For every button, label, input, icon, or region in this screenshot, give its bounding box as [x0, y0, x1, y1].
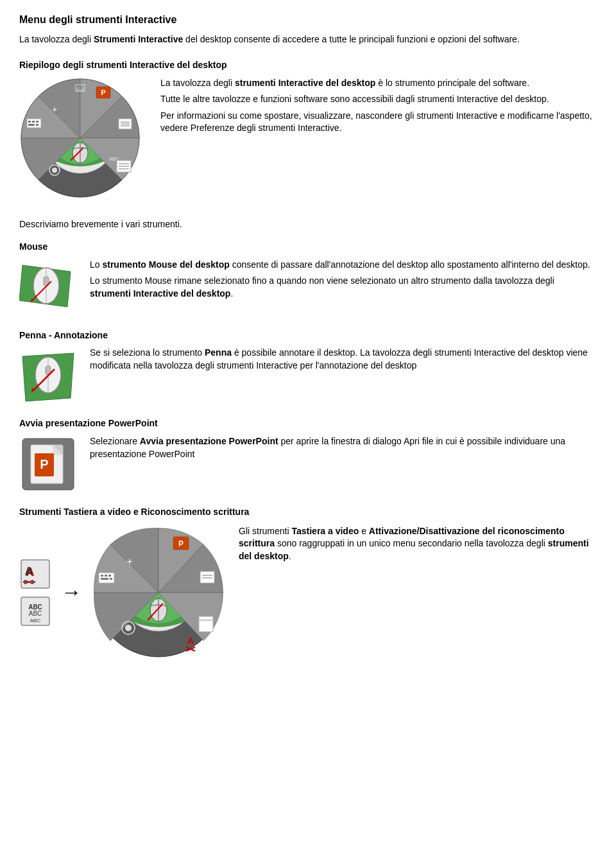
toolbar-circle-image: + ABC P — [19, 77, 148, 205]
toolbar-circle-svg: + ABC P — [19, 77, 141, 199]
riepilogo-para3: Per informazioni su come spostare, visua… — [160, 110, 597, 135]
svg-rect-85 — [199, 620, 213, 632]
svg-point-11 — [52, 168, 57, 173]
powerpoint-icon-container: P — [19, 435, 77, 493]
tastiera-heading: Strumenti Tastiera a video e Riconoscime… — [19, 506, 597, 519]
abc-mini-icon: ABC ABC ABC — [19, 595, 51, 627]
svg-text:P: P — [40, 457, 48, 471]
riepilogo-content: + ABC P — [19, 77, 597, 205]
svg-text:A: A — [25, 565, 33, 578]
svg-text:ABC: ABC — [29, 610, 42, 617]
mouse-text: Lo strumento Mouse del desktop consente … — [90, 259, 597, 304]
tastiera-icons-container: A A ABC ABC ABC — [19, 525, 226, 660]
svg-rect-71 — [200, 571, 214, 583]
penna-icon-container — [19, 347, 77, 404]
svg-rect-56 — [28, 581, 31, 583]
svg-text:ABC: ABC — [30, 618, 41, 623]
penna-content: Se si seleziona lo strumento Penna è pos… — [19, 347, 597, 404]
svg-rect-28 — [36, 124, 38, 126]
intro-paragraph: La tavolozza degli Strumenti Interactive… — [19, 33, 597, 46]
mouse-tool-svg — [19, 259, 74, 313]
powerpoint-content: P Selezionare Avvia presentazione PowerP… — [19, 435, 597, 493]
page-title: Menu degli strumenti Interactive — [19, 13, 597, 27]
svg-rect-26 — [36, 121, 38, 123]
riepilogo-para1: La tavolozza degli strumenti Interactive… — [160, 77, 597, 90]
svg-rect-27 — [28, 124, 35, 126]
penna-tool-svg — [19, 347, 77, 404]
svg-text:P: P — [178, 539, 184, 548]
tastiera-content: A A ABC ABC ABC — [19, 525, 597, 660]
svg-text:P: P — [101, 89, 105, 96]
penna-para1: Se si seleziona lo strumento Penna è pos… — [90, 347, 597, 372]
svg-rect-80 — [101, 575, 103, 577]
riepilogo-text: La tavolozza degli strumenti Interactive… — [160, 77, 597, 205]
powerpoint-para1: Selezionare Avvia presentazione PowerPoi… — [90, 435, 597, 460]
powerpoint-section: Avvia presentazione PowerPoint P Selezio… — [19, 417, 597, 493]
powerpoint-heading: Avvia presentazione PowerPoint — [19, 417, 597, 430]
svg-rect-55 — [23, 581, 26, 583]
powerpoint-tool-svg: P — [19, 435, 77, 493]
mouse-icon-container — [19, 259, 77, 317]
tastiera-para1: Gli strumenti Tastiera a video e Attivaz… — [239, 525, 597, 563]
powerpoint-text: Selezionare Avvia presentazione PowerPoi… — [90, 435, 597, 464]
descriviamo-para: Descriviamo brevemente i vari strumenti. — [19, 218, 597, 231]
penna-heading: Penna - Annotazione — [19, 329, 597, 342]
mouse-content: Lo strumento Mouse del desktop consente … — [19, 259, 597, 317]
svg-rect-57 — [32, 581, 35, 583]
page-heading-section: Menu degli strumenti Interactive La tavo… — [19, 13, 597, 46]
tastiera-text: Gli strumenti Tastiera a video e Attivaz… — [239, 525, 597, 660]
mouse-heading: Mouse — [19, 241, 597, 254]
svg-rect-23 — [27, 119, 41, 128]
penna-text: Se si seleziona lo strumento Penna è pos… — [90, 347, 597, 376]
svg-point-78 — [125, 625, 132, 631]
arrow-symbol: → — [61, 578, 81, 607]
svg-rect-81 — [105, 575, 107, 577]
tastiera-circle-svg: + P — [91, 525, 226, 660]
svg-text:+: + — [52, 104, 57, 114]
svg-text:+: + — [126, 556, 132, 567]
svg-rect-84 — [110, 578, 112, 580]
svg-rect-24 — [28, 121, 31, 123]
svg-rect-83 — [101, 578, 108, 580]
riepilogo-heading: Riepilogo degli strumenti Interactive de… — [19, 59, 597, 72]
svg-rect-25 — [32, 121, 35, 123]
svg-rect-82 — [108, 575, 111, 577]
mouse-para2: Lo strumento Mouse rimane selezionato fi… — [90, 275, 597, 300]
penna-section: Penna - Annotazione Se si seleziona lo s… — [19, 329, 597, 405]
tastiera-section: Strumenti Tastiera a video e Riconoscime… — [19, 506, 597, 660]
svg-text:A: A — [187, 636, 194, 646]
riepilogo-para2: Tutte le altre tavolozze e funzioni soft… — [160, 93, 597, 106]
riepilogo-section: Riepilogo degli strumenti Interactive de… — [19, 59, 597, 205]
mouse-para1: Lo strumento Mouse del desktop consente … — [90, 259, 597, 272]
tastiera-small-icons: A A ABC ABC ABC — [19, 558, 51, 627]
mouse-section: Mouse Lo strumento Mouse del desktop con… — [19, 241, 597, 317]
keyboard-mini-icon: A A — [19, 558, 51, 590]
